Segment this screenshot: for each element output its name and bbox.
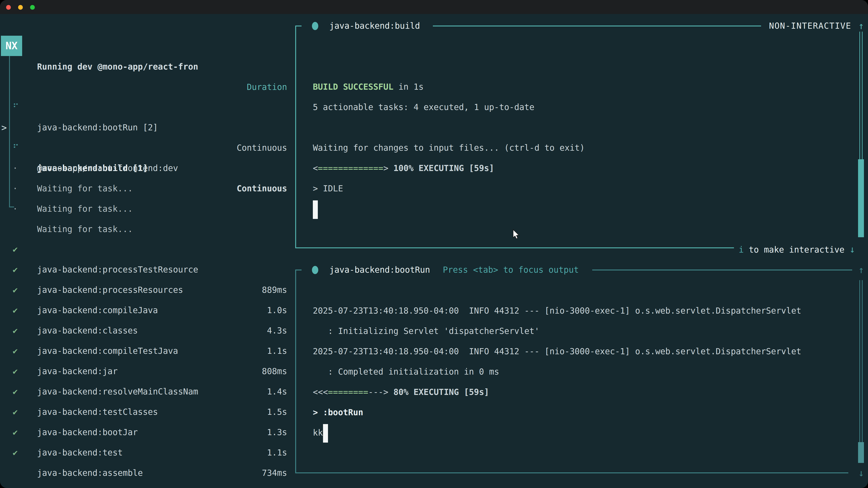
task-row[interactable]: ⠋ java-backend:bootRun [2] Continuous [0, 77, 293, 97]
tasks-summary-line: 5 actionable tasks: 4 executed, 1 up-to-… [313, 97, 585, 118]
log-line: : Initializing Servlet 'dispatcherServle… [313, 321, 801, 341]
task-bullet-icon [312, 22, 318, 30]
pane-title[interactable]: java-backend:bootRun [329, 260, 430, 280]
task-row[interactable]: ✔ java-backend:compileJava 4.3s [0, 260, 293, 280]
pending-dot-icon: · [13, 199, 18, 219]
build-output: BUILD SUCCESSFUL in 1s 5 actionable task… [313, 77, 585, 199]
pane-border [295, 473, 848, 473]
log-line: 2025-07-23T13:40:18.950-04:00 INFO 44312… [313, 341, 801, 362]
waiting-line: Waiting for changes to input files... (c… [313, 138, 585, 158]
pane-border [295, 269, 302, 270]
gradle-task-line: > :bootRun [313, 402, 801, 423]
gradle-progress-line: <=============> 100% EXECUTING [59s] [313, 158, 585, 178]
log-line: : Completed initialization in 0 ms [313, 362, 801, 382]
interactive-hint-key: i [739, 245, 744, 255]
pane-border [592, 269, 852, 270]
scroll-down-icon[interactable]: ↓ [849, 244, 855, 255]
task-list-header: Running dev @mono-app/react-fron Duratio… [0, 36, 293, 57]
waiting-task-row[interactable]: · Waiting for task... [0, 158, 293, 178]
scrollbar-thumb[interactable] [858, 442, 864, 463]
pagination: ← 1/2 → [8, 483, 43, 488]
progress-fill: ============= [318, 163, 383, 173]
progress-label: 80% EXECUTING [59s] [393, 387, 489, 397]
sidebar-footer: ← 1/2 → quit: q help: ? [0, 463, 293, 483]
task-duration: 1.1s [267, 443, 287, 463]
blank-line [313, 118, 585, 138]
check-icon: ✔ [13, 443, 18, 463]
scrollbar-thumb[interactable] [858, 159, 864, 237]
pane-title[interactable]: java-backend:build [329, 16, 420, 36]
pane-border [295, 26, 296, 248]
gradle-progress-line: <<<========---> 80% EXECUTING [59s] [313, 382, 801, 402]
interactive-hint: i to make interactive ↓ [739, 239, 855, 260]
waiting-task-row[interactable]: · Waiting for task... [0, 178, 293, 199]
task-row[interactable]: ✔ java-backend:jar 1.4s [0, 321, 293, 341]
running-task-list: ⠋ java-backend:bootRun [2] Continuous > … [0, 77, 293, 199]
pane-border [295, 248, 734, 248]
idle-line: > IDLE [313, 178, 585, 199]
terminal-cursor [323, 424, 328, 443]
log-line: 2025-07-23T13:40:18.950-04:00 INFO 44312… [313, 301, 801, 321]
task-row[interactable]: ✔ java-backend:classes 1.1s [0, 280, 293, 300]
mouse-pointer-icon [512, 229, 523, 243]
task-row[interactable]: ✔ java-backend:processResources 1.0s [0, 239, 293, 260]
task-row[interactable]: ✔ java-backend:processTestResource 889ms [0, 219, 293, 239]
bootrun-output: 2025-07-23T13:40:18.950-04:00 INFO 44312… [313, 301, 801, 443]
scroll-down-icon[interactable]: ↓ [851, 463, 868, 483]
build-successful-text: BUILD SUCCESSFUL [313, 82, 393, 92]
focus-output-hint: Press <tab> to focus output [443, 260, 579, 280]
pane-border [433, 26, 761, 26]
task-row[interactable]: ✔ java-backend:testClasses 1.3s [0, 361, 293, 382]
run-command-title: Running dev @mono-app/react-fron [37, 57, 198, 77]
terminal-window: NX Running dev @mono-app/react-fron Dura… [0, 0, 868, 488]
task-row[interactable]: ✔ java-backend:bootJar 1.1s [0, 382, 293, 402]
interactive-hint-text: to make interactive [744, 245, 849, 255]
typed-input-line[interactable]: kk [313, 423, 801, 443]
task-row[interactable]: ⠋ @mono-app/react-frontend:dev Continuou… [0, 118, 293, 138]
non-interactive-badge: NON-INTERACTIVE [769, 16, 851, 36]
task-row[interactable]: ✔ java-backend:test 734ms [0, 402, 293, 422]
scrollbar-track[interactable] [860, 32, 863, 159]
pane-border [295, 26, 302, 26]
task-bullet-icon [312, 266, 318, 274]
build-result-line: BUILD SUCCESSFUL in 1s [313, 77, 585, 97]
scroll-up-icon[interactable]: ↑ [851, 260, 868, 280]
task-row[interactable]: ✔ java-backend:assemble 774ms [0, 422, 293, 443]
task-list-sidebar: NX Running dev @mono-app/react-fron Dura… [0, 0, 293, 488]
scrollbar-track[interactable] [860, 280, 863, 442]
task-row-selected[interactable]: > ⠋ java-backend:build [1] Continuous [0, 97, 293, 118]
completed-task-list: ✔ java-backend:processTestResource 889ms… [0, 219, 293, 443]
progress-label: 100% EXECUTING [59s] [393, 163, 494, 173]
progress-fill: ======== [328, 387, 368, 397]
task-row[interactable]: ✔ java-backend:compileTestJava 808ms [0, 300, 293, 321]
pane-border [295, 269, 296, 473]
nx-tui: NX Running dev @mono-app/react-fron Dura… [0, 0, 868, 488]
task-name: Waiting for task... [37, 199, 133, 219]
waiting-task-row[interactable]: · Waiting for task... [0, 138, 293, 158]
terminal-cursor [313, 200, 318, 219]
task-duration: 774ms [262, 483, 287, 488]
task-row[interactable]: ✔ java-backend:resolveMainClassNam 1.5s [0, 341, 293, 361]
